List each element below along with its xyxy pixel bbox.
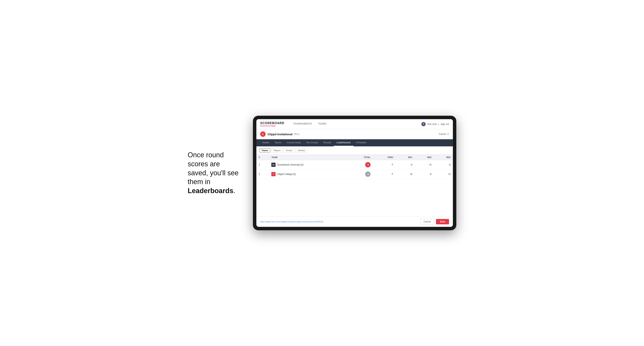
rd1-cell-1: -4 bbox=[396, 160, 415, 170]
nav-right: S Test User | Sign out bbox=[422, 122, 449, 126]
tab-details[interactable]: Details bbox=[260, 139, 272, 146]
cancel-button[interactable]: Cancel bbox=[420, 219, 434, 224]
cancel-button-top[interactable]: Cancel ✕ bbox=[439, 133, 449, 136]
logo-powered: Powered by clippd bbox=[260, 125, 284, 127]
team-name-2: Clippd College [A] bbox=[277, 173, 296, 175]
team-logo-1: SU bbox=[271, 163, 276, 167]
tab-teams[interactable]: Teams bbox=[272, 139, 284, 146]
col-thru: THRU bbox=[373, 155, 396, 160]
rd3-cell-1: -6 bbox=[434, 160, 453, 170]
save-button[interactable]: Save bbox=[436, 219, 449, 224]
filter-scores[interactable]: Scores bbox=[284, 148, 294, 153]
logo-scoreboard: SCOREBOARD bbox=[260, 122, 284, 125]
sub-filters: Teams Players Scores Strokes bbox=[256, 146, 453, 155]
rd3-cell-2: +3 bbox=[434, 170, 453, 179]
tournament-title: Clippd Invitational bbox=[268, 133, 292, 136]
team-cell: C Clippd College [A] bbox=[269, 170, 348, 179]
filter-strokes[interactable]: Strokes bbox=[296, 148, 307, 153]
rd2-cell-2: -8 bbox=[415, 170, 434, 179]
tablet-screen: SCOREBOARD Powered by clippd TOURNAMENTS… bbox=[256, 119, 453, 227]
table-row: 1 SU Scoreboard University [A] -5 bbox=[256, 160, 453, 170]
team-cell: SU Scoreboard University [A] bbox=[269, 160, 348, 170]
sidebar-line3: saved, you'll see bbox=[188, 169, 238, 177]
nav-tournaments[interactable]: TOURNAMENTS bbox=[290, 119, 315, 129]
sidebar-line4: them in bbox=[188, 178, 210, 186]
score-badge-1: -5 bbox=[365, 162, 370, 168]
filter-teams[interactable]: Teams bbox=[260, 148, 270, 153]
sign-out-link[interactable]: Sign out bbox=[440, 123, 449, 126]
nav-separator: | bbox=[438, 123, 439, 126]
sidebar-line5-end: . bbox=[233, 187, 235, 195]
logo-area: SCOREBOARD Powered by clippd bbox=[260, 122, 284, 127]
team-logo-2: C bbox=[271, 172, 276, 176]
table-row: 2 C Clippd College [A] +3 bbox=[256, 170, 453, 179]
score-badge-2: +3 bbox=[365, 172, 370, 177]
leaderboard-table: # TEAM TOTAL THRU RD1 RD2 RD3 bbox=[256, 155, 453, 179]
filter-players[interactable]: Players bbox=[271, 148, 283, 153]
rd2-cell-1: +5 bbox=[415, 160, 434, 170]
user-avatar: S bbox=[422, 122, 426, 126]
tab-course-setup[interactable]: Course Setup bbox=[284, 139, 304, 146]
col-rd3: RD3 bbox=[434, 155, 453, 160]
tournament-subtitle: (Men) bbox=[294, 133, 300, 136]
thru-cell-2: F bbox=[373, 170, 396, 179]
thru-cell-1: F bbox=[373, 160, 396, 170]
nav-links: TOURNAMENTS TEAMS bbox=[290, 119, 330, 129]
table-header: # TEAM TOTAL THRU RD1 RD2 RD3 bbox=[256, 155, 453, 160]
col-team: TEAM bbox=[269, 155, 348, 160]
leaderboard-table-wrapper: # TEAM TOTAL THRU RD1 RD2 RD3 bbox=[256, 155, 453, 216]
rank-cell: 2 bbox=[256, 170, 269, 179]
tab-bar: Details Teams Course Setup Tee Groups Re… bbox=[256, 139, 453, 146]
col-rank: # bbox=[256, 155, 269, 160]
user-name: Test User bbox=[427, 123, 437, 126]
total-cell-1: -5 bbox=[348, 160, 373, 170]
top-nav: SCOREBOARD Powered by clippd TOURNAMENTS… bbox=[256, 119, 453, 129]
tab-leaderboards[interactable]: Leaderboards bbox=[334, 139, 353, 146]
sidebar-line1: Once round bbox=[188, 151, 224, 159]
table-body: 1 SU Scoreboard University [A] -5 bbox=[256, 160, 453, 179]
content-area: Teams Players Scores Strokes # TEAM TOTA… bbox=[256, 146, 453, 227]
tab-tee-groups[interactable]: Tee Groups bbox=[304, 139, 321, 146]
col-rd2: RD2 bbox=[415, 155, 434, 160]
rd1-cell-2: +8 bbox=[396, 170, 415, 179]
footer-url: https://stage-blue-coach.stagescoreboard… bbox=[260, 221, 323, 223]
page-wrapper: Once round scores are saved, you'll see … bbox=[188, 116, 456, 230]
total-cell-2: +3 bbox=[348, 170, 373, 179]
tab-results[interactable]: Results bbox=[321, 139, 334, 146]
sidebar-line2: scores are bbox=[188, 160, 220, 168]
sidebar-line5-bold: Leaderboards bbox=[188, 187, 233, 195]
col-total: TOTAL bbox=[348, 155, 373, 160]
team-name-1: Scoreboard University [A] bbox=[277, 164, 303, 166]
tablet-device: SCOREBOARD Powered by clippd TOURNAMENTS… bbox=[253, 116, 456, 230]
rank-cell: 1 bbox=[256, 160, 269, 170]
col-rd1: RD1 bbox=[396, 155, 415, 160]
tournament-header: C Clippd Invitational (Men) Cancel ✕ bbox=[256, 129, 453, 139]
tournament-icon: C bbox=[260, 131, 266, 137]
sidebar-text: Once round scores are saved, you'll see … bbox=[188, 151, 242, 195]
nav-teams[interactable]: TEAMS bbox=[315, 119, 330, 129]
footer-bar: https://stage-blue-coach.stagescoreboard… bbox=[256, 216, 453, 227]
tab-printables[interactable]: Printables bbox=[354, 139, 369, 146]
